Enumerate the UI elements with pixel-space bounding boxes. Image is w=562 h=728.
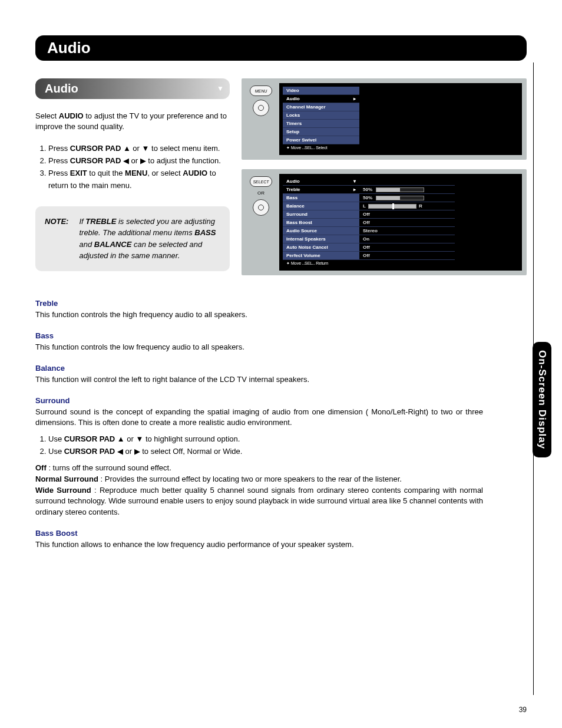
- section-title-bassboost: Bass Boost: [35, 529, 483, 538]
- select-button-icon: SELECT: [250, 176, 272, 187]
- step-2: Press CURSOR PAD ◀ or ▶ to adjust the fu…: [48, 155, 230, 167]
- osd-audio-menu-panel: SELECT OR Audio ▾ Treble ▸50% Bass50% Ba…: [242, 169, 527, 275]
- menu-footer: ✦ Move ⎵SEL⎵ Select: [283, 144, 359, 151]
- audio-value: Off: [359, 252, 455, 260]
- menu-item-selected: Audio ▸: [283, 95, 359, 103]
- menu-item: Video: [283, 87, 359, 95]
- chevron-down-icon: ▼: [217, 84, 224, 93]
- note-box: NOTE: If TREBLE is selected you are adju…: [35, 206, 230, 271]
- surround-step-1: Use CURSOR PAD ▲ or ▼ to highlight surro…: [48, 433, 483, 446]
- audio-value: 50%: [359, 194, 455, 202]
- surround-wide: Wide Surround : Reproduce much better qu…: [35, 485, 483, 519]
- section-title-treble: Treble: [35, 299, 483, 308]
- section-text: This function will control the left to r…: [35, 374, 483, 386]
- audio-value: 50%: [359, 186, 455, 194]
- section-text: This function allows to enhance the low …: [35, 539, 483, 551]
- page-title-bar: Audio: [35, 35, 527, 61]
- osd-main-menu-panel: MENU Video Audio ▸ Channel Manager Locks…: [242, 78, 527, 160]
- surround-off: Off : turns off the surround sound effec…: [35, 463, 483, 474]
- menu-item: Timers: [283, 120, 359, 128]
- section-header-audio: Audio ▼: [35, 78, 230, 99]
- audio-row: Balance: [283, 202, 359, 210]
- note-text: If TREBLE is selected you are adjusting …: [79, 216, 220, 262]
- section-text: This function controls the high frequenc…: [35, 309, 483, 321]
- audio-row: Internal Speakers: [283, 235, 359, 243]
- audio-row: Auto Noise Cancel: [283, 243, 359, 252]
- audio-row-selected: Treble ▸: [283, 186, 359, 194]
- cursor-pad-icon: [253, 100, 269, 116]
- step-1: Press CURSOR PAD ▲ or ▼ to select menu i…: [48, 143, 230, 155]
- intro-text: Select AUDIO to adjust the TV to your pr…: [35, 111, 230, 132]
- surround-step-2: Use CURSOR PAD ◀ or ▶ to select Off, Nor…: [48, 446, 483, 458]
- menu-item: Locks: [283, 111, 359, 120]
- menu-item: Power Swivel: [283, 136, 359, 144]
- audio-value: Off: [359, 243, 455, 252]
- section-title-balance: Balance: [35, 364, 483, 373]
- section-text: This function controls the low frequency…: [35, 342, 483, 353]
- audio-row: Bass Boost: [283, 219, 359, 227]
- main-menu-table: Video Audio ▸ Channel Manager Locks Time…: [283, 87, 359, 144]
- audio-value: Stereo: [359, 227, 455, 235]
- cursor-pad-icon: [253, 199, 269, 216]
- audio-menu-table: Audio ▾ Treble ▸50% Bass50% BalanceLR Su…: [283, 177, 455, 260]
- section-title-surround: Surround: [35, 396, 483, 405]
- page-number: 39: [519, 706, 527, 714]
- instruction-list: Press CURSOR PAD ▲ or ▼ to select menu i…: [35, 143, 230, 192]
- step-3: Press EXIT to quit the MENU, or select A…: [48, 167, 230, 192]
- audio-value: Off: [359, 219, 455, 227]
- audio-value: Off: [359, 210, 455, 219]
- menu-item: Setup: [283, 128, 359, 136]
- side-tab-on-screen-display: On-Screen Display: [533, 342, 551, 457]
- audio-menu-header: Audio ▾: [283, 177, 359, 186]
- section-text: Surround sound is the concept of expandi…: [35, 407, 483, 429]
- section-header-label: Audio: [45, 82, 78, 95]
- audio-row: Bass: [283, 194, 359, 202]
- audio-row: Surround: [283, 210, 359, 219]
- note-label: NOTE:: [45, 216, 68, 262]
- section-title-bass: Bass: [35, 331, 483, 340]
- menu-item: Channel Manager: [283, 103, 359, 111]
- surround-steps: Use CURSOR PAD ▲ or ▼ to highlight surro…: [35, 433, 483, 458]
- audio-value: LR: [359, 202, 455, 210]
- audio-value: On: [359, 235, 455, 243]
- or-label: OR: [257, 190, 265, 196]
- audio-row: Perfect Volume: [283, 252, 359, 260]
- surround-normal: Normal Surround : Provides the surround …: [35, 474, 483, 485]
- audio-row: Audio Source: [283, 227, 359, 235]
- menu-button-icon: MENU: [250, 85, 272, 96]
- menu-footer: ✦ Move ⎵SEL⎵ Return: [283, 260, 518, 267]
